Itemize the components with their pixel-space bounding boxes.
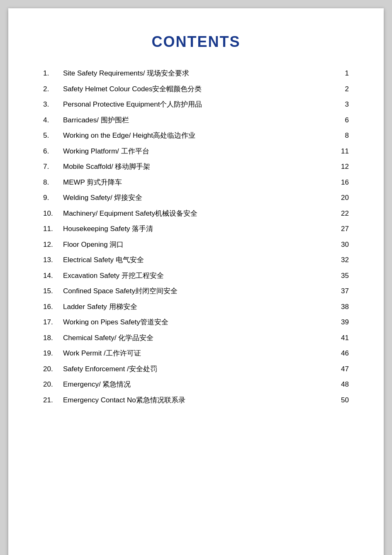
toc-page: 48	[334, 377, 351, 392]
toc-row: 19.Work Permit /工作许可证46	[41, 346, 351, 361]
toc-number: 5.	[41, 128, 61, 144]
toc-row: 8.MEWP 剪式升降车16	[41, 175, 351, 190]
toc-number: 20.	[41, 361, 61, 377]
toc-page: 50	[334, 392, 351, 408]
toc-number: 19.	[41, 346, 61, 361]
toc-title: Site Safety Requirements/ 现场安全要求	[61, 66, 334, 81]
toc-title: Safety Enforcement /安全处罚	[61, 361, 334, 377]
toc-page: 6	[334, 112, 351, 128]
toc-page: 20	[334, 190, 351, 206]
toc-row: 14.Excavation Safety 开挖工程安全35	[41, 268, 351, 284]
toc-page: 39	[334, 314, 351, 330]
toc-number: 10.	[41, 206, 61, 222]
toc-number: 21.	[41, 392, 61, 408]
toc-row: 21.Emergency Contact No紧急情况联系录50	[41, 392, 351, 408]
toc-row: 20.Emergency/ 紧急情况48	[41, 377, 351, 392]
page-title: CONTENTS	[41, 33, 351, 51]
toc-page: 38	[334, 299, 351, 315]
toc-number: 14.	[41, 268, 61, 284]
toc-row: 2.Safety Helmet Colour Codes安全帽颜色分类2	[41, 81, 351, 97]
toc-title: Confined Space Safety封闭空间安全	[61, 283, 334, 299]
toc-page: 27	[334, 221, 351, 237]
toc-page: 11	[334, 144, 351, 159]
toc-page: 35	[334, 268, 351, 284]
toc-row: 5.Working on the Edge/ Height高处临边作业8	[41, 128, 351, 144]
toc-row: 4.Barricades/ 围护围栏6	[41, 112, 351, 128]
toc-row: 6.Working Platform/ 工作平台11	[41, 144, 351, 159]
toc-row: 1.Site Safety Requirements/ 现场安全要求1	[41, 66, 351, 81]
toc-page: 47	[334, 361, 351, 377]
toc-page: 8	[334, 128, 351, 144]
toc-title: Emergency Contact No紧急情况联系录	[61, 392, 334, 408]
toc-title: Working Platform/ 工作平台	[61, 144, 334, 159]
toc-number: 3.	[41, 97, 61, 112]
toc-title: Floor Opening 洞口	[61, 237, 334, 253]
toc-title: Ladder Safety 用梯安全	[61, 299, 334, 315]
toc-number: 2.	[41, 81, 61, 97]
toc-title: Barricades/ 围护围栏	[61, 112, 334, 128]
toc-number: 4.	[41, 112, 61, 128]
toc-row: 7.Mobile Scaffold/ 移动脚手架12	[41, 159, 351, 175]
toc-title: Machinery/ Equipment Safety机械设备安全	[61, 206, 334, 222]
toc-number: 7.	[41, 159, 61, 175]
toc-table: 1.Site Safety Requirements/ 现场安全要求12.Saf…	[41, 66, 351, 408]
toc-page: 37	[334, 283, 351, 299]
toc-page: 22	[334, 206, 351, 222]
toc-page: 16	[334, 175, 351, 190]
toc-page: 3	[334, 97, 351, 112]
document-page: CONTENTS 1.Site Safety Requirements/ 现场安…	[8, 8, 384, 555]
toc-row: 11.Housekeeping Safety 落手清27	[41, 221, 351, 237]
toc-number: 9.	[41, 190, 61, 206]
toc-page: 1	[334, 66, 351, 81]
toc-title: Chemical Safety/ 化学品安全	[61, 330, 334, 346]
toc-row: 13.Electrical Safety 电气安全32	[41, 252, 351, 268]
toc-number: 20.	[41, 377, 61, 392]
toc-page: 46	[334, 346, 351, 361]
toc-number: 13.	[41, 252, 61, 268]
toc-number: 15.	[41, 283, 61, 299]
toc-title: MEWP 剪式升降车	[61, 175, 334, 190]
toc-number: 6.	[41, 144, 61, 159]
toc-number: 12.	[41, 237, 61, 253]
toc-title: Working on Pipes Safety管道安全	[61, 314, 334, 330]
toc-title: Work Permit /工作许可证	[61, 346, 334, 361]
toc-page: 30	[334, 237, 351, 253]
toc-row: 10.Machinery/ Equipment Safety机械设备安全22	[41, 206, 351, 222]
toc-title: Welding Safety/ 焊接安全	[61, 190, 334, 206]
toc-page: 41	[334, 330, 351, 346]
toc-title: Electrical Safety 电气安全	[61, 252, 334, 268]
toc-title: Working on the Edge/ Height高处临边作业	[61, 128, 334, 144]
toc-page: 32	[334, 252, 351, 268]
toc-row: 12.Floor Opening 洞口30	[41, 237, 351, 253]
toc-title: Emergency/ 紧急情况	[61, 377, 334, 392]
toc-title: Housekeeping Safety 落手清	[61, 221, 334, 237]
toc-number: 8.	[41, 175, 61, 190]
toc-title: Personal Protective Equipment个人防护用品	[61, 97, 334, 112]
toc-title: Mobile Scaffold/ 移动脚手架	[61, 159, 334, 175]
toc-page: 12	[334, 159, 351, 175]
toc-row: 16.Ladder Safety 用梯安全38	[41, 299, 351, 315]
toc-row: 3.Personal Protective Equipment个人防护用品3	[41, 97, 351, 112]
toc-number: 16.	[41, 299, 61, 315]
toc-row: 18.Chemical Safety/ 化学品安全41	[41, 330, 351, 346]
toc-number: 18.	[41, 330, 61, 346]
toc-row: 17.Working on Pipes Safety管道安全39	[41, 314, 351, 330]
toc-number: 1.	[41, 66, 61, 81]
toc-title: Safety Helmet Colour Codes安全帽颜色分类	[61, 81, 334, 97]
toc-number: 11.	[41, 221, 61, 237]
toc-page: 2	[334, 81, 351, 97]
toc-row: 9.Welding Safety/ 焊接安全20	[41, 190, 351, 206]
toc-row: 15.Confined Space Safety封闭空间安全37	[41, 283, 351, 299]
toc-row: 20.Safety Enforcement /安全处罚47	[41, 361, 351, 377]
toc-number: 17.	[41, 314, 61, 330]
toc-title: Excavation Safety 开挖工程安全	[61, 268, 334, 284]
